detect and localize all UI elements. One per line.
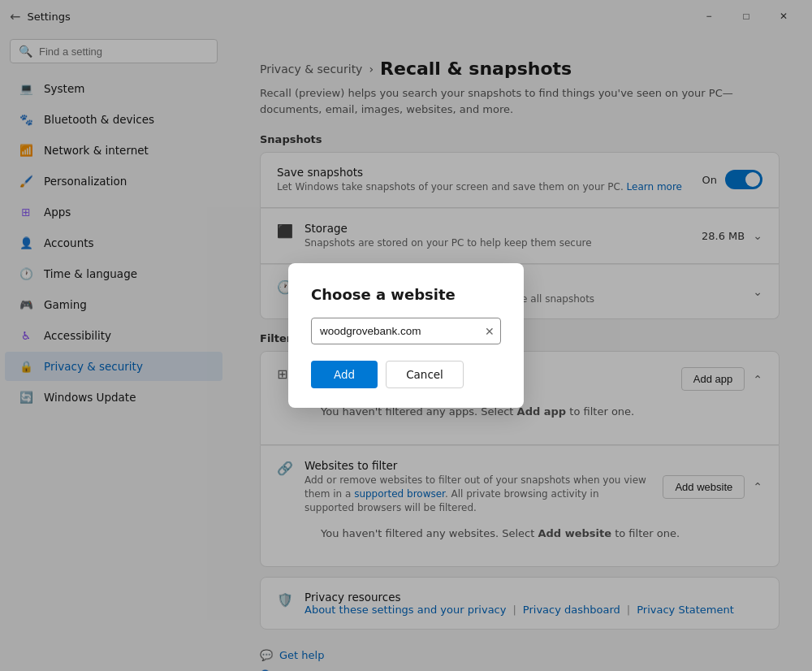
dialog-add-button[interactable]: Add: [311, 361, 378, 388]
website-input[interactable]: [311, 318, 501, 344]
dialog-title: Choose a website: [311, 286, 501, 303]
dialog-overlay: Choose a website ✕ Add Cancel: [0, 0, 812, 671]
clear-input-button[interactable]: ✕: [485, 325, 495, 338]
dialog-input-wrap: ✕: [311, 318, 501, 344]
dialog-cancel-button[interactable]: Cancel: [386, 361, 464, 388]
choose-website-dialog: Choose a website ✕ Add Cancel: [288, 263, 524, 408]
dialog-actions: Add Cancel: [311, 361, 501, 388]
